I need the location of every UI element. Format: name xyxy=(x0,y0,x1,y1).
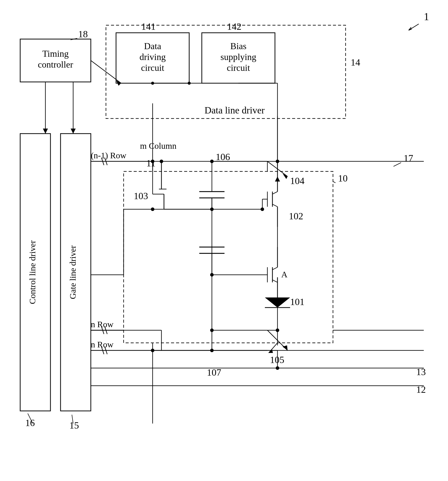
ref-13: 13 xyxy=(416,367,426,377)
ref-102: 102 xyxy=(289,211,303,221)
n1-row-label: (n-1) Row xyxy=(91,151,126,160)
ref-16: 16 xyxy=(25,417,35,428)
bias-label1: Bias xyxy=(230,41,246,51)
ref-18: 18 xyxy=(78,29,88,39)
timing-controller-label: Timing xyxy=(42,49,69,59)
svg-point-69 xyxy=(261,207,264,211)
diagram-container: 1 Timing controller 18 Data line driver … xyxy=(0,0,448,481)
ref-11: 11 xyxy=(146,158,156,168)
ref-15: 15 xyxy=(69,420,79,431)
ref-106: 106 xyxy=(216,152,230,162)
ref-17: 17 xyxy=(404,153,413,163)
n-row-label1: n Row xyxy=(91,320,114,329)
bias-label2: supplying xyxy=(220,52,256,62)
ref-105: 105 xyxy=(270,354,284,365)
n-row-label2: n Row xyxy=(91,340,114,349)
data-driving-label1: Data xyxy=(144,41,161,51)
gate-line-driver-label: Gate line driver xyxy=(68,245,77,299)
bias-label3: circuit xyxy=(227,63,250,73)
data-driving-label3: circuit xyxy=(141,63,164,73)
ref-1: 1 xyxy=(424,11,429,22)
svg-rect-33 xyxy=(124,171,333,343)
m-column-label: m Column xyxy=(140,141,177,151)
svg-point-99 xyxy=(276,366,279,370)
ref-12: 12 xyxy=(416,384,426,395)
data-driving-label2: driving xyxy=(139,52,166,62)
ref-104: 104 xyxy=(290,175,304,186)
data-line-driver-label: Data line driver xyxy=(205,105,265,115)
node-a-label: A xyxy=(281,270,288,279)
timing-controller-label2: controller xyxy=(38,59,73,70)
ref-101: 101 xyxy=(290,296,304,307)
ref-14: 14 xyxy=(351,57,360,68)
svg-point-80 xyxy=(210,273,214,277)
ref-10: 10 xyxy=(338,173,348,184)
control-line-driver-label: Control line driver xyxy=(28,240,37,304)
ref-107: 107 xyxy=(207,367,221,378)
ref-141: 141 xyxy=(141,21,156,32)
ref-103: 103 xyxy=(134,191,148,201)
ref-142: 142 xyxy=(227,21,241,32)
